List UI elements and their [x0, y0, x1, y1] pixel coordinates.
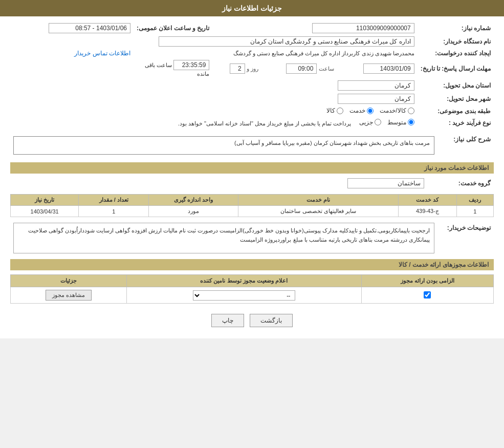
- permit-status-select[interactable]: --: [193, 290, 295, 301]
- page-title: جزئیات اطلاعات نیاز: [222, 4, 282, 12]
- طبقه-label: طبقه بندی موضوعی:: [418, 105, 494, 117]
- گروه-خدمت-row: گروه خدمت: ساختمان: [10, 177, 494, 190]
- time-label: ساعت: [319, 66, 334, 72]
- گروه-خدمت-table: گروه خدمت: ساختمان: [10, 177, 494, 190]
- شماره-نیاز-label: شماره نیاز:: [418, 22, 494, 35]
- ایجاد-کننده-row: ایجاد کننده درخواست: محمدرضا شهیدی زندی …: [10, 48, 494, 58]
- گروه-خدمت-value: ساختمان: [347, 178, 424, 188]
- نوع-فرایند-row: نوع فرآیند خرید : متوسط جزیی پرداخت تمام…: [10, 117, 494, 129]
- days-label: روز و: [247, 66, 258, 72]
- شهر-row: شهر محل تحویل: کرمان: [10, 92, 494, 105]
- کالا-option[interactable]: کالا: [326, 107, 343, 114]
- time-value: 09:00: [286, 63, 317, 74]
- permit-row: -- مشاهده مجوز: [11, 287, 494, 304]
- نام-دستگاه-value: اداره کل میراث فرهنگی صنایع دستی و گردشگ…: [159, 36, 414, 47]
- نام-دستگاه-row: نام دستگاه خریدار: اداره کل میراث فرهنگی…: [10, 35, 494, 48]
- service-table: ردیف کد خدمت نام خدمت واحد اندازه گیری ت…: [10, 194, 494, 217]
- col-جزئیات: جزئیات: [11, 275, 127, 287]
- کالا-خدمت-option[interactable]: کالا/خدمت: [380, 107, 414, 114]
- طبقه-radio-group: کالا/خدمت خدمت کالا: [326, 107, 414, 114]
- buyer-notes-value: ارجحیت باپیمانکاربومی.تکمیل و تاییدکلیه …: [13, 223, 434, 253]
- متوسط-option[interactable]: متوسط: [387, 119, 414, 126]
- نوع-فرایند-radio-group: متوسط جزیی: [359, 119, 414, 126]
- page-header: جزئیات اطلاعات نیاز: [0, 0, 504, 16]
- فرایند-note: پرداخت تمام یا بخشی از مبلغ خریداز محل "…: [178, 120, 352, 126]
- استان-value: کرمان: [338, 80, 414, 91]
- استان-row: استان محل تحویل: کرمان: [10, 79, 494, 92]
- مهلت-label: مهلت ارسال پاسخ: تا تاریخ:: [418, 58, 494, 79]
- permit-status-cell: --: [126, 287, 361, 304]
- شماره-نیاز-row: شماره نیاز: 1103009009000007 تاریخ و ساع…: [10, 22, 494, 35]
- back-button[interactable]: بازگشت: [250, 314, 293, 327]
- نوع-فرایند-label: نوع فرآیند خرید :: [418, 117, 494, 129]
- شرح-row: شرح کلی نیاز: مرمت بناهای تاریخی بخش شهد…: [10, 133, 494, 158]
- جزیی-option[interactable]: جزیی: [359, 119, 381, 126]
- شماره-نیاز-value: 1103009009000007: [312, 23, 414, 33]
- مهلت-row: مهلت ارسال پاسخ: تا تاریخ: 1403/01/09 سا…: [10, 58, 494, 79]
- col-ردیف: ردیف: [456, 195, 493, 206]
- col-نام-خدمت: نام خدمت: [238, 195, 398, 206]
- طبقه-row: طبقه بندی موضوعی: کالا/خدمت خدمت کالا: [10, 105, 494, 117]
- permit-details-cell: مشاهده مجوز: [11, 287, 127, 304]
- permits-section-title: اطلاعات مجوزهای ارائه خدمت / کالا: [10, 259, 494, 270]
- announce-value: 1403/01/06 - 08:57: [49, 23, 130, 33]
- ایجاد-کننده-value: محمدرضا شهیدی زندی کاربرداز اداره کل میر…: [233, 50, 414, 56]
- خدمت-option[interactable]: خدمت: [349, 107, 374, 114]
- basic-info-table: شماره نیاز: 1103009009000007 تاریخ و ساع…: [10, 22, 494, 129]
- گروه-خدمت-label: گروه خدمت:: [427, 177, 494, 190]
- col-تعداد: تعداد / مقدار: [79, 195, 149, 206]
- col-اعلام: اعلام وضعیت مجوز توسط نامین کننده: [126, 275, 361, 287]
- page-wrapper: جزئیات اطلاعات نیاز شماره نیاز: 11030090…: [0, 0, 504, 338]
- استان-label: استان محل تحویل:: [418, 79, 494, 92]
- date-value: 1403/01/09: [363, 63, 414, 74]
- footer-buttons: بازگشت چاپ: [10, 308, 494, 333]
- buyer-notes-row: توضیحات خریدار: ارجحیت باپیمانکاربومی.تک…: [10, 221, 494, 255]
- main-content: شماره نیاز: 1103009009000007 تاریخ و ساع…: [0, 16, 504, 338]
- buyer-notes-table: توضیحات خریدار: ارجحیت باپیمانکاربومی.تک…: [10, 221, 494, 255]
- اطلاعات-تماس-link[interactable]: اطلاعات تماس خریدار: [74, 50, 130, 57]
- days-value: 2: [230, 63, 245, 74]
- announce-label: تاریخ و ساعت اعلان عمومی:: [134, 22, 212, 35]
- شهر-label: شهر محل تحویل:: [418, 92, 494, 105]
- permit-required-cell: [361, 287, 493, 304]
- service-data-row: 1ج-43-439سایر فعالیتهای تخصصی ساختمانمور…: [11, 206, 494, 217]
- buyer-notes-label: توضیحات خریدار:: [437, 221, 494, 255]
- col-الزامی: الزامی بودن ارائه مجوز: [361, 275, 493, 287]
- services-section-title: اطلاعات خدمات مورد نیاز: [10, 162, 494, 174]
- نام-دستگاه-label: نام دستگاه خریدار:: [418, 35, 494, 48]
- شهر-value: کرمان: [338, 94, 414, 104]
- col-تاریخ: تاریخ نیاز: [11, 195, 79, 206]
- col-کد-خدمت: کد خدمت: [399, 195, 456, 206]
- permit-header-row: الزامی بودن ارائه مجوز اعلام وضعیت مجوز …: [11, 275, 494, 287]
- permit-table: الزامی بودن ارائه مجوز اعلام وضعیت مجوز …: [10, 274, 494, 304]
- permit-required-checkbox[interactable]: [424, 291, 431, 298]
- شرح-value: مرمت بناهای تاریخی بخش شهداد شهرستان کرم…: [13, 136, 434, 155]
- service-header-row: ردیف کد خدمت نام خدمت واحد اندازه گیری ت…: [11, 195, 494, 206]
- description-table: شرح کلی نیاز: مرمت بناهای تاریخی بخش شهد…: [10, 133, 494, 158]
- شرح-label: شرح کلی نیاز:: [437, 133, 494, 158]
- remaining-time: 23:35:59: [173, 60, 209, 70]
- مشاهده-مجوز-button[interactable]: مشاهده مجوز: [46, 290, 92, 301]
- col-واحد: واحد اندازه گیری: [149, 195, 238, 206]
- print-button[interactable]: چاپ: [211, 314, 244, 327]
- ایجاد-کننده-label: ایجاد کننده درخواست:: [418, 48, 494, 58]
